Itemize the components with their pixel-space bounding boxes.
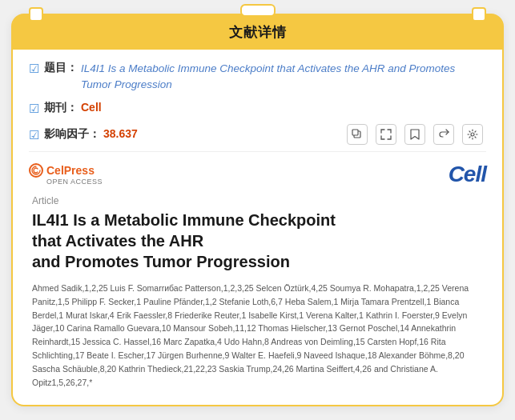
- svg-rect-1: [352, 130, 358, 135]
- journal-checkbox-icon: ☑: [29, 102, 39, 116]
- header-title: 文献详情: [229, 25, 287, 40]
- cell-logo: Cell: [449, 162, 486, 187]
- celpress-name: CelPress: [29, 163, 95, 178]
- corner-ornament-tr: [472, 7, 486, 22]
- svg-point-2: [471, 133, 474, 136]
- open-access-label: OPEN ACCESS: [46, 178, 103, 186]
- toolbar: [347, 124, 486, 145]
- journal-row: ☑ 期刊： Cell: [29, 101, 486, 116]
- title-checkbox-icon: ☑: [29, 62, 39, 76]
- main-card: 文献详情 ☑ 题目： IL4I1 Is a Metabolic Immune C…: [11, 14, 504, 407]
- impact-row: ☑ 影响因子： 38.637: [29, 127, 138, 142]
- article-type: Article: [32, 195, 483, 206]
- article-preview: Article IL4I1 Is a Metabolic Immune Chec…: [29, 195, 486, 389]
- header-bar: 文献详情: [13, 15, 502, 50]
- impact-value: 38.637: [103, 127, 138, 140]
- impact-label: 影响因子：: [44, 127, 100, 142]
- celpress-icon: [29, 163, 43, 178]
- expand-tool-button[interactable]: [376, 124, 396, 145]
- bookmark-tool-button[interactable]: [404, 124, 425, 145]
- press-row: CelPress OPEN ACCESS Cell: [29, 162, 486, 187]
- share-tool-button[interactable]: [433, 124, 454, 145]
- title-label: 题目：: [44, 61, 78, 75]
- title-value: IL4I1 Is a Metabolic Immune Checkpoint t…: [81, 61, 486, 94]
- impact-checkbox-icon: ☑: [29, 128, 39, 142]
- article-title: IL4I1 Is a Metabolic Immune Checkpoint t…: [32, 210, 483, 272]
- corner-ornament-tl: [29, 7, 43, 22]
- copy-tool-button[interactable]: [347, 124, 368, 145]
- journal-label: 期刊：: [44, 101, 78, 115]
- divider: [29, 151, 486, 152]
- celpress-logo: CelPress OPEN ACCESS: [29, 163, 103, 186]
- title-row: ☑ 题目： IL4I1 Is a Metabolic Immune Checkp…: [29, 61, 486, 94]
- content-area: ☑ 题目： IL4I1 Is a Metabolic Immune Checkp…: [13, 50, 502, 390]
- authors-text: Ahmed Sadik,1,2,25 Luis F. Somarrибас Pa…: [32, 282, 483, 389]
- journal-value: Cell: [81, 101, 102, 114]
- settings-tool-button[interactable]: [462, 124, 483, 145]
